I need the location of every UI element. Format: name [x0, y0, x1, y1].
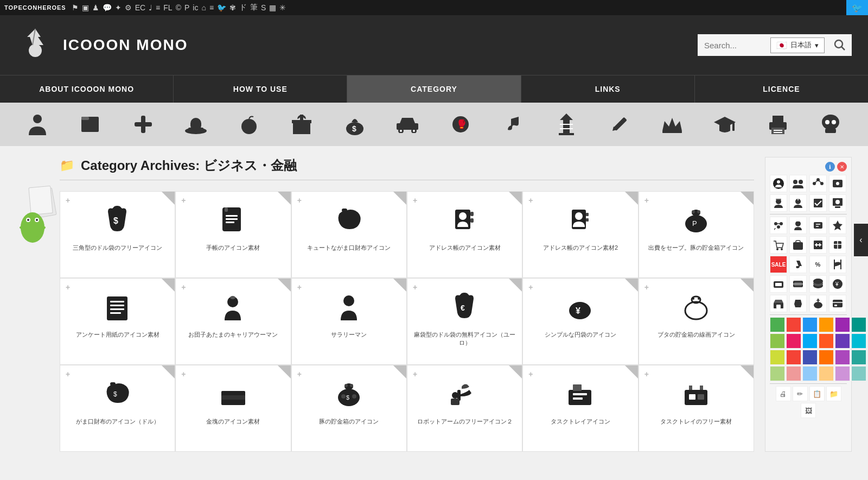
topbar-icon-16[interactable]: 🐦: [217, 3, 226, 12]
color-icon-17[interactable]: [770, 350, 785, 365]
info-button[interactable]: ℹ: [825, 162, 835, 172]
topbar-icon-18[interactable]: ド: [239, 3, 247, 12]
add-icon-16[interactable]: +: [528, 370, 533, 378]
cat-icon-food[interactable]: [233, 108, 265, 141]
cat-icon-music[interactable]: [497, 108, 529, 141]
topbar-icon-12[interactable]: P: [184, 3, 189, 12]
add-icon-0[interactable]: +: [66, 196, 70, 205]
icon-card-16[interactable]: + タスクトレイアイコン: [522, 365, 638, 452]
color-icon-11[interactable]: [802, 333, 818, 349]
color-icon-14[interactable]: [851, 333, 866, 349]
sidebar-icon-26[interactable]: [789, 295, 807, 312]
cat-icon-crown[interactable]: [656, 108, 688, 141]
topbar-icon-8[interactable]: ♩: [149, 3, 152, 12]
sidebar-icon-27[interactable]: [809, 295, 827, 312]
right-panel-toggle[interactable]: ‹: [854, 224, 868, 256]
color-icon-6[interactable]: [851, 317, 866, 332]
icon-card-10[interactable]: + ¥ シンプルな円袋のアイコン: [522, 278, 638, 365]
icon-card-13[interactable]: + 金塊のアイコン素材: [175, 365, 291, 452]
color-icon-1[interactable]: [770, 317, 785, 332]
twitter-button[interactable]: 🐦: [846, 0, 868, 15]
sidebar-icon-7[interactable]: [809, 194, 827, 212]
sidebar-icon-6[interactable]: [789, 194, 807, 212]
add-icon-17[interactable]: +: [644, 370, 649, 378]
add-icon-14[interactable]: +: [297, 370, 302, 378]
sidebar-icon-15[interactable]: [809, 236, 827, 254]
sidebar-icon-17[interactable]: SALE: [770, 256, 787, 273]
icon-card-5[interactable]: + P 出費をセーブ。豚の貯金箱アイコン: [639, 191, 754, 278]
topbar-icon-19[interactable]: 筆: [250, 3, 258, 12]
sidebar-icon-13[interactable]: [770, 236, 787, 254]
add-icon-7[interactable]: +: [181, 283, 186, 292]
color-icon-9[interactable]: [770, 333, 785, 349]
sidebar-icon-8[interactable]: [829, 194, 846, 212]
topbar-icon-5[interactable]: ✦: [115, 3, 122, 12]
icon-card-3[interactable]: + アドレス帳のアイコン素材: [407, 191, 522, 278]
icon-card-12[interactable]: + $ がま口財布のアイコン（ドル）: [60, 365, 175, 452]
icon-card-14[interactable]: + $ 豚の貯金箱のアイコン: [291, 365, 407, 452]
topbar-icon-15[interactable]: ≡: [209, 3, 214, 12]
cat-icon-person[interactable]: [21, 108, 54, 141]
cat-icon-sports[interactable]: 🥊: [444, 108, 477, 141]
icon-card-2[interactable]: + キュートながま口財布アイコン: [291, 191, 407, 278]
nav-links[interactable]: LINKS: [521, 75, 695, 103]
topbar-icon-14[interactable]: ⌂: [201, 3, 206, 12]
sidebar-icon-4[interactable]: [829, 175, 846, 192]
icon-card-17[interactable]: + タスクトレイのフリー素材: [639, 365, 754, 452]
topbar-icon-3[interactable]: ♟: [92, 3, 99, 12]
cat-icon-education[interactable]: [709, 108, 741, 141]
add-icon-15[interactable]: +: [413, 370, 417, 378]
color-icon-5[interactable]: [835, 317, 850, 332]
topbar-icon-21[interactable]: ▦: [269, 3, 276, 12]
language-selector[interactable]: 🇯🇵 日本語 ▾: [770, 37, 825, 53]
sidebar-icon-18[interactable]: [789, 256, 807, 273]
topbar-icon-9[interactable]: ≡: [156, 3, 160, 12]
icon-card-6[interactable]: + アンケート用紙のアイコン素材: [60, 278, 175, 365]
add-icon-9[interactable]: +: [413, 283, 417, 292]
add-icon-8[interactable]: +: [297, 283, 302, 292]
topbar-icon-11[interactable]: ©: [176, 3, 181, 12]
color-icon-13[interactable]: [835, 333, 850, 349]
sidebar-icon-24[interactable]: ¥: [829, 275, 846, 293]
cat-icon-vehicle[interactable]: [391, 108, 424, 141]
icon-card-4[interactable]: + アドレス帳のアイコン素材2: [522, 191, 638, 278]
color-icon-19[interactable]: [802, 350, 818, 365]
close-button[interactable]: ✕: [837, 162, 847, 172]
nav-about[interactable]: ABOUT ICOOON MONO: [0, 75, 174, 103]
cat-icon-gift[interactable]: [285, 108, 318, 141]
topbar-icon-22[interactable]: ✳: [279, 3, 286, 12]
sidebar-icon-5[interactable]: [770, 194, 787, 212]
topbar-icon-20[interactable]: S: [261, 3, 266, 12]
sidebar-icon-14[interactable]: [789, 236, 807, 254]
topbar-icon-2[interactable]: ▣: [82, 3, 89, 12]
sidebar-edit-icon[interactable]: ✏: [793, 386, 808, 401]
topbar-icon-17[interactable]: ✾: [229, 3, 236, 12]
sidebar-print-icon[interactable]: 🖨: [776, 386, 791, 401]
color-icon-21[interactable]: [835, 350, 850, 365]
color-icon-26[interactable]: [786, 366, 801, 381]
sidebar-clipboard-icon[interactable]: 📋: [809, 386, 825, 401]
color-icon-25[interactable]: [770, 366, 785, 381]
color-icon-18[interactable]: [786, 350, 801, 365]
sidebar-icon-16[interactable]: [829, 236, 846, 254]
cat-icon-hat[interactable]: [180, 108, 212, 141]
add-icon-4[interactable]: +: [528, 196, 533, 205]
add-icon-2[interactable]: +: [297, 196, 302, 205]
add-icon-11[interactable]: +: [644, 283, 649, 292]
sidebar-icon-1[interactable]: [770, 175, 787, 192]
topbar-icon-4[interactable]: 💬: [103, 3, 112, 12]
add-icon-1[interactable]: +: [181, 196, 186, 205]
icon-card-15[interactable]: + ロボットアームのフリーアイコン２: [407, 365, 522, 452]
search-button[interactable]: [828, 34, 852, 56]
topbar-icon-7[interactable]: EC: [135, 3, 145, 12]
color-icon-29[interactable]: [835, 366, 850, 381]
topbar-icon-1[interactable]: ⚑: [72, 3, 79, 12]
color-icon-4[interactable]: [819, 317, 834, 332]
sidebar-image-icon[interactable]: 🖼: [801, 403, 816, 418]
color-icon-28[interactable]: [819, 366, 834, 381]
add-icon-5[interactable]: +: [644, 196, 649, 205]
color-icon-3[interactable]: [802, 317, 818, 332]
sidebar-icon-21[interactable]: [770, 275, 787, 293]
cat-icon-money[interactable]: $: [339, 108, 371, 141]
color-icon-2[interactable]: [786, 317, 801, 332]
